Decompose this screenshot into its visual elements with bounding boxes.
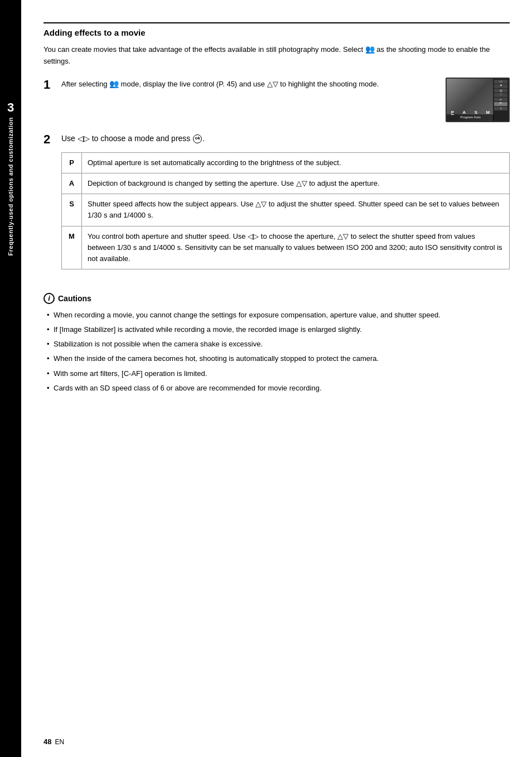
step-2-text: Use ◁▷ to choose a mode and press ok. — [61, 132, 510, 144]
step-2-row: 2 Use ◁▷ to choose a mode and press ok. … — [43, 132, 510, 283]
cautions-list: When recording a movie, you cannot chang… — [43, 310, 510, 394]
left-right-arrows: ◁▷ — [78, 134, 90, 143]
step-1-number: 1 — [43, 79, 56, 91]
mode-label-P: P — [62, 152, 82, 173]
modes-table: P Optimal aperture is set automatically … — [61, 152, 510, 269]
step-2-number: 2 — [43, 133, 56, 146]
cautions-section: i Cautions When recording a movie, you c… — [43, 293, 510, 394]
mode-label-S: S — [62, 194, 82, 226]
cautions-title: Cautions — [58, 294, 91, 303]
table-row: A Depiction of background is changed by … — [62, 173, 510, 194]
page-lang: EN — [55, 738, 64, 746]
mode-label-A: A — [62, 173, 82, 194]
camera-mode-bar: P A S M — [447, 109, 494, 117]
mode-M: M — [486, 109, 490, 117]
mode-label-M: M — [62, 226, 82, 269]
camera-screen-image: ≡2 ✦ ▦ □ ◈ P ⊛ Program Auto P A S — [446, 78, 510, 122]
page-footer: 48 EN — [43, 737, 64, 746]
ok-button-symbol: ok — [193, 134, 202, 143]
caution-item-6: Cards with an SD speed class of 6 or abo… — [43, 383, 510, 394]
mode-desc-P: Optimal aperture is set automatically ac… — [82, 152, 510, 173]
table-row: S Shutter speed affects how the subject … — [62, 194, 510, 226]
movie-mode-icon: 👥 — [365, 45, 375, 54]
mode-A: A — [463, 109, 466, 117]
menu-item-6-active: P — [494, 102, 507, 106]
page-number: 48 — [43, 737, 51, 746]
chapter-label: Frequently-used options and customizatio… — [7, 117, 14, 255]
step-1-row: 1 After selecting 👥 mode, display the li… — [43, 78, 510, 122]
chapter-number: 3 — [7, 100, 14, 115]
intro-paragraph: You can create movies that take advantag… — [43, 43, 510, 67]
step-1-content: After selecting 👥 mode, display the live… — [61, 78, 510, 122]
menu-item-7: ⊛ — [494, 107, 507, 110]
up-down-arrows: △▽ — [267, 80, 278, 88]
mode-desc-A: Depiction of background is changed by se… — [82, 173, 510, 194]
mode-P: P — [451, 109, 454, 117]
caution-item-5: With some art filters, [C-AF] operation … — [43, 368, 510, 379]
section-title: Adding effects to a movie — [43, 22, 510, 37]
step-2-content: Use ◁▷ to choose a mode and press ok. P … — [61, 132, 510, 283]
cautions-header: i Cautions — [43, 293, 510, 304]
main-content: Adding effects to a movie You can create… — [21, 0, 532, 757]
caution-item-1: When recording a movie, you cannot chang… — [43, 310, 510, 321]
caution-item-4: When the inside of the camera becomes ho… — [43, 353, 510, 364]
table-row: P Optimal aperture is set automatically … — [62, 152, 510, 173]
caution-item-2: If [Image Stabilizer] is activated while… — [43, 324, 510, 335]
step-1-text: After selecting 👥 mode, display the live… — [61, 78, 437, 90]
camera-menu-area: ≡2 ✦ ▦ □ ◈ P ⊛ — [493, 79, 509, 121]
movie-icon-inline: 👥 — [109, 79, 119, 88]
menu-item-4: □ — [494, 93, 507, 97]
table-row: M You control both aperture and shutter … — [62, 226, 510, 269]
caution-item-3: Stabilization is not possible when the c… — [43, 339, 510, 350]
menu-item-2: ✦ — [494, 84, 507, 88]
chapter-sidebar: 3 Frequently-used options and customizat… — [0, 0, 21, 757]
caution-icon: i — [43, 293, 55, 304]
mode-desc-S: Shutter speed affects how the subject ap… — [82, 194, 510, 226]
mode-desc-M: You control both aperture and shutter sp… — [82, 226, 510, 269]
mode-S: S — [475, 109, 477, 117]
